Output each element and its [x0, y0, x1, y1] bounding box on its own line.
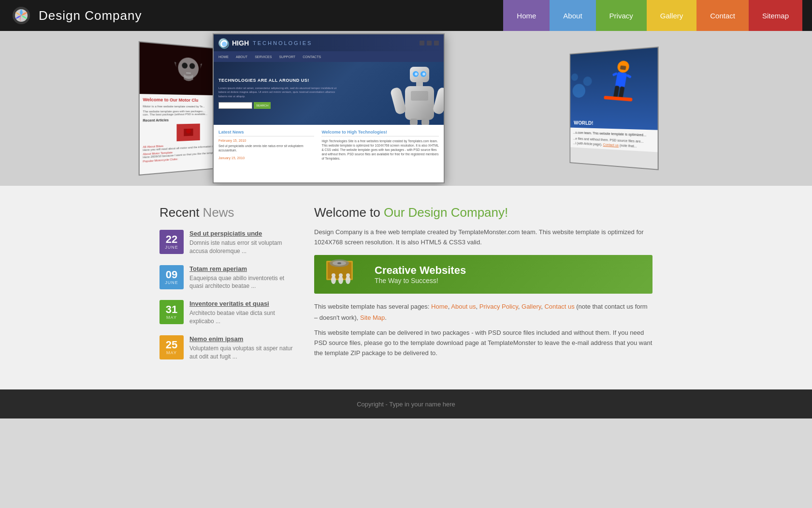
svg-point-12: [415, 73, 418, 75]
ht-icon-mail: [427, 41, 432, 45]
svg-point-38: [331, 276, 336, 284]
logo-text: Design Company: [39, 8, 142, 23]
promo-visual: [324, 256, 367, 292]
slide-news-date: February 15, 2010: [218, 139, 314, 142]
news-text-2: Totam rem aperiam Eaqueipsa quae abillo …: [189, 265, 295, 291]
svg-point-42: [346, 276, 350, 284]
svg-rect-9: [410, 67, 429, 82]
slideshow-area: Welcome to Our Motor Clu Motor is a free…: [0, 31, 812, 186]
articles-graphic: [181, 126, 195, 139]
nav-sitemap[interactable]: Sitemap: [749, 0, 802, 31]
slide-right-content: ...s.com team. This website template is …: [570, 128, 657, 152]
welcome-title: Welcome to Our Design Company!: [314, 205, 652, 220]
promo-subheadline: The Way to Success!: [375, 277, 643, 284]
slide-news-date2: January 15, 2010: [218, 156, 314, 160]
news-excerpt-1: Domnis iste natus error sit voluptam acc…: [189, 239, 295, 255]
ht-nav-contacts[interactable]: CONTACTS: [303, 55, 321, 59]
news-item-3: 31 MAY Inventore veritatis et quasi Arch…: [160, 300, 295, 326]
hero-search-button[interactable]: SEARCH: [254, 102, 271, 109]
ht-logo-icon: [218, 38, 228, 48]
news-link-4[interactable]: Nemo enim ipsam: [189, 335, 295, 343]
slide-news-title: Latest News: [218, 130, 314, 136]
svg-rect-20: [421, 119, 429, 125]
link-gallery[interactable]: Gallery: [522, 303, 541, 310]
ht-nav-services[interactable]: SERVICES: [255, 55, 272, 59]
svg-rect-19: [410, 119, 418, 125]
svg-rect-17: [391, 87, 407, 115]
welcome-extra: This website template can be delivered i…: [314, 328, 652, 358]
recent-news-title: Recent News: [160, 205, 295, 220]
svg-point-13: [422, 73, 425, 75]
promo-banner: Creative Websites The Way to Success!: [314, 255, 652, 294]
news-link-1[interactable]: Sed ut perspiciatis unde: [189, 230, 295, 237]
link-privacy[interactable]: Privacy Policy: [479, 303, 518, 310]
slide-center-lower: Latest News February 15, 2010 Sed ut per…: [214, 125, 444, 183]
link-contact[interactable]: Contact us: [544, 303, 574, 310]
hero-search: SEARCH: [218, 102, 340, 109]
hero-headline: Technologies are all around us!: [218, 78, 340, 84]
slide-right-top: WORLD!: [570, 47, 657, 130]
slide-right: WORLD! ...s.com team. This website templ…: [570, 46, 659, 170]
link-about[interactable]: About us: [451, 303, 476, 310]
svg-point-40: [338, 276, 343, 284]
svg-rect-26: [620, 65, 626, 70]
link-sitemap[interactable]: Site Map: [360, 314, 385, 321]
main-nav: Home About Privacy Gallery Contact Sitem…: [503, 0, 802, 31]
nav-gallery[interactable]: Gallery: [647, 0, 697, 31]
nav-privacy[interactable]: Privacy: [596, 0, 647, 31]
news-text-4: Nemo enim ipsam Voluptatem quia voluptas…: [189, 335, 295, 361]
slide-welcome-text: High Technologies Site is a free website…: [321, 139, 439, 161]
footer: Copyright - Type in your name here: [0, 389, 812, 418]
slide-news: Latest News February 15, 2010 Sed ut per…: [218, 130, 314, 178]
slide-center: HIGH TECHNOLOGIES HOME ABOUT SERVICES SU…: [213, 33, 445, 183]
recent-news-section: Recent News 22 JUNE Sed ut perspiciatis …: [160, 205, 295, 370]
ht-nav: HOME ABOUT SERVICES SUPPORT CONTACTS: [214, 51, 444, 62]
ht-nav-home[interactable]: HOME: [218, 55, 229, 59]
logo-area: Design Company: [10, 4, 503, 27]
hero-search-input[interactable]: [218, 102, 252, 109]
link-home[interactable]: Home: [431, 303, 448, 310]
nav-contact[interactable]: Contact: [696, 0, 749, 31]
news-text-1: Sed ut perspiciatis unde Domnis iste nat…: [189, 230, 295, 255]
hero-text-area: Technologies are all around us! Lorem ip…: [218, 78, 340, 109]
svg-point-37: [337, 262, 341, 264]
slide-container: Welcome to Our Motor Clu Motor is a free…: [140, 41, 672, 176]
content-wrapper: Recent News 22 JUNE Sed ut perspiciatis …: [140, 205, 672, 370]
ht-icon-home: [420, 41, 424, 45]
news-excerpt-3: Architecto beatae vitae dicta sunt expli…: [189, 309, 295, 326]
ht-title-high: HIGH: [232, 39, 249, 47]
news-excerpt-4: Voluptatem quia voluptas sit asper natur…: [189, 344, 295, 361]
svg-point-43: [346, 273, 350, 277]
svg-rect-16: [411, 91, 428, 101]
ht-nav-about[interactable]: ABOUT: [236, 55, 247, 59]
ht-nav-support[interactable]: SUPPORT: [279, 55, 295, 59]
ht-icon-user: [434, 41, 439, 45]
news-excerpt-2: Eaqueipsa quae abillo inventoretis et qu…: [189, 274, 295, 291]
main-content: Recent News 22 JUNE Sed ut perspiciatis …: [0, 186, 812, 389]
header: Design Company Home About Privacy Galler…: [0, 0, 812, 31]
snowboarder-svg: [570, 47, 657, 130]
news-item-2: 09 JUNE Totam rem aperiam Eaqueipsa quae…: [160, 265, 295, 291]
svg-point-39: [332, 273, 335, 277]
date-box-1: 22 JUNE: [160, 230, 184, 254]
nav-home[interactable]: Home: [503, 0, 550, 31]
svg-point-41: [339, 273, 343, 277]
hero-subtext: Lorem ipsum dolor sit amet, consectetur …: [218, 86, 340, 98]
ht-title-tech: TECHNOLOGIES: [253, 40, 312, 46]
svg-point-2: [178, 57, 199, 79]
nav-about[interactable]: About: [550, 0, 595, 31]
slide-welcome: Welcome to High Technologies! High Techn…: [321, 130, 439, 178]
news-link-2[interactable]: Totam rem aperiam: [189, 265, 295, 272]
slide-center-hero: Technologies are all around us! Lorem ip…: [214, 62, 444, 125]
news-item-1: 22 JUNE Sed ut perspiciatis unde Domnis …: [160, 230, 295, 255]
svg-point-8: [222, 42, 227, 46]
news-item-4: 25 MAY Nemo enim ipsam Voluptatem quia v…: [160, 335, 295, 361]
news-link-3[interactable]: Inventore veritatis et quasi: [189, 300, 295, 307]
promo-text-area: Creative Websites The Way to Success!: [375, 264, 643, 284]
slide-welcome-title: Welcome to High Technologies!: [321, 130, 439, 136]
welcome-section: Welcome to Our Design Company! Design Co…: [314, 205, 652, 370]
skull-graphic: [169, 50, 206, 90]
promo-headline: Creative Websites: [375, 264, 643, 277]
logo-icon: [10, 4, 33, 27]
robot-graphic: [391, 64, 439, 122]
